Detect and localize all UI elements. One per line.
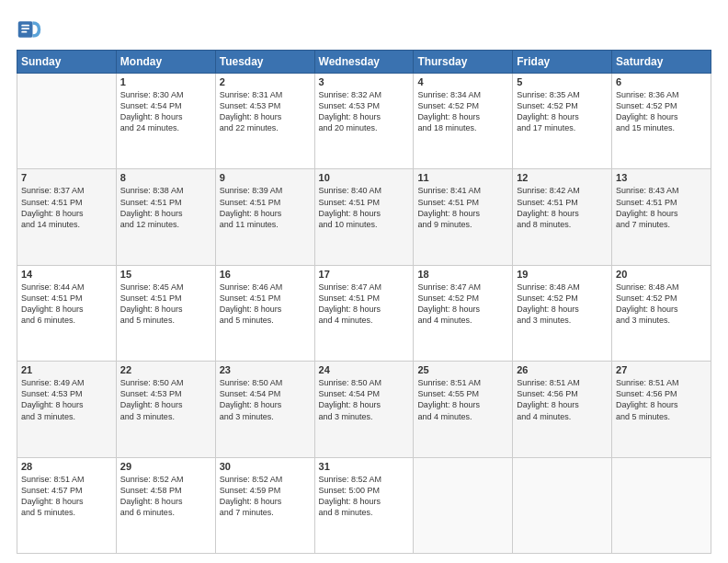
svg-rect-3	[21, 31, 27, 33]
day-info: Sunrise: 8:31 AM Sunset: 4:53 PM Dayligh…	[220, 89, 311, 134]
calendar-cell: 12Sunrise: 8:42 AM Sunset: 4:51 PM Dayli…	[513, 169, 612, 265]
calendar-cell: 31Sunrise: 8:52 AM Sunset: 5:00 PM Dayli…	[314, 457, 414, 553]
calendar-cell	[414, 457, 513, 553]
day-info: Sunrise: 8:51 AM Sunset: 4:57 PM Dayligh…	[21, 474, 112, 519]
calendar-header-saturday: Saturday	[612, 51, 711, 74]
calendar-cell: 7Sunrise: 8:37 AM Sunset: 4:51 PM Daylig…	[17, 169, 117, 265]
calendar-cell: 20Sunrise: 8:48 AM Sunset: 4:52 PM Dayli…	[612, 265, 711, 361]
day-info: Sunrise: 8:47 AM Sunset: 4:52 PM Dayligh…	[417, 282, 508, 327]
day-number: 6	[616, 76, 707, 87]
day-number: 1	[120, 76, 211, 87]
day-number: 17	[319, 269, 410, 280]
day-info: Sunrise: 8:43 AM Sunset: 4:51 PM Dayligh…	[616, 185, 707, 230]
calendar-cell: 28Sunrise: 8:51 AM Sunset: 4:57 PM Dayli…	[17, 457, 117, 553]
day-number: 2	[220, 76, 311, 87]
calendar-cell	[17, 74, 117, 169]
calendar-week-2: 7Sunrise: 8:37 AM Sunset: 4:51 PM Daylig…	[17, 169, 711, 265]
day-number: 25	[417, 364, 508, 375]
day-number: 13	[616, 172, 707, 183]
logo-icon	[17, 17, 42, 42]
calendar-cell	[612, 457, 711, 553]
calendar-cell: 11Sunrise: 8:41 AM Sunset: 4:51 PM Dayli…	[414, 169, 513, 265]
day-number: 27	[616, 364, 707, 375]
day-info: Sunrise: 8:51 AM Sunset: 4:56 PM Dayligh…	[616, 377, 707, 422]
day-info: Sunrise: 8:34 AM Sunset: 4:52 PM Dayligh…	[417, 89, 508, 134]
day-info: Sunrise: 8:50 AM Sunset: 4:53 PM Dayligh…	[120, 377, 211, 422]
calendar-cell: 4Sunrise: 8:34 AM Sunset: 4:52 PM Daylig…	[414, 74, 513, 169]
day-number: 4	[417, 76, 508, 87]
calendar-cell: 14Sunrise: 8:44 AM Sunset: 4:51 PM Dayli…	[17, 265, 117, 361]
calendar-header-friday: Friday	[513, 51, 612, 74]
calendar-cell: 9Sunrise: 8:39 AM Sunset: 4:51 PM Daylig…	[215, 169, 314, 265]
day-info: Sunrise: 8:49 AM Sunset: 4:53 PM Dayligh…	[21, 377, 112, 422]
calendar-header-monday: Monday	[116, 51, 215, 74]
day-info: Sunrise: 8:38 AM Sunset: 4:51 PM Dayligh…	[120, 185, 211, 230]
day-info: Sunrise: 8:37 AM Sunset: 4:51 PM Dayligh…	[21, 185, 112, 230]
calendar-week-3: 14Sunrise: 8:44 AM Sunset: 4:51 PM Dayli…	[17, 265, 711, 361]
calendar-cell: 21Sunrise: 8:49 AM Sunset: 4:53 PM Dayli…	[17, 362, 117, 457]
calendar-cell: 1Sunrise: 8:30 AM Sunset: 4:54 PM Daylig…	[116, 74, 215, 169]
calendar-header-wednesday: Wednesday	[314, 51, 414, 74]
day-info: Sunrise: 8:48 AM Sunset: 4:52 PM Dayligh…	[517, 282, 608, 327]
day-number: 16	[220, 269, 311, 280]
calendar-cell: 10Sunrise: 8:40 AM Sunset: 4:51 PM Dayli…	[314, 169, 414, 265]
calendar-cell: 29Sunrise: 8:52 AM Sunset: 4:58 PM Dayli…	[116, 457, 215, 553]
calendar-cell: 27Sunrise: 8:51 AM Sunset: 4:56 PM Dayli…	[612, 362, 711, 457]
day-number: 21	[21, 364, 112, 375]
calendar-week-5: 28Sunrise: 8:51 AM Sunset: 4:57 PM Dayli…	[17, 457, 711, 553]
day-info: Sunrise: 8:42 AM Sunset: 4:51 PM Dayligh…	[517, 185, 608, 230]
day-number: 18	[417, 269, 508, 280]
calendar-week-4: 21Sunrise: 8:49 AM Sunset: 4:53 PM Dayli…	[17, 362, 711, 457]
day-info: Sunrise: 8:51 AM Sunset: 4:56 PM Dayligh…	[517, 377, 608, 422]
day-number: 9	[220, 172, 311, 183]
day-info: Sunrise: 8:52 AM Sunset: 4:59 PM Dayligh…	[220, 474, 311, 519]
calendar-cell: 3Sunrise: 8:32 AM Sunset: 4:53 PM Daylig…	[314, 74, 414, 169]
calendar-cell: 23Sunrise: 8:50 AM Sunset: 4:54 PM Dayli…	[215, 362, 314, 457]
calendar-cell: 2Sunrise: 8:31 AM Sunset: 4:53 PM Daylig…	[215, 74, 314, 169]
calendar-header-thursday: Thursday	[414, 51, 513, 74]
day-number: 29	[120, 461, 211, 472]
calendar-cell: 30Sunrise: 8:52 AM Sunset: 4:59 PM Dayli…	[215, 457, 314, 553]
calendar-cell: 6Sunrise: 8:36 AM Sunset: 4:52 PM Daylig…	[612, 74, 711, 169]
day-number: 10	[319, 172, 410, 183]
day-number: 19	[517, 269, 608, 280]
logo	[17, 17, 46, 42]
day-number: 12	[517, 172, 608, 183]
calendar-header-sunday: Sunday	[17, 51, 117, 74]
calendar-cell: 24Sunrise: 8:50 AM Sunset: 4:54 PM Dayli…	[314, 362, 414, 457]
header	[17, 17, 711, 42]
calendar-cell: 25Sunrise: 8:51 AM Sunset: 4:55 PM Dayli…	[414, 362, 513, 457]
day-info: Sunrise: 8:36 AM Sunset: 4:52 PM Dayligh…	[616, 89, 707, 134]
calendar-cell: 5Sunrise: 8:35 AM Sunset: 4:52 PM Daylig…	[513, 74, 612, 169]
day-number: 26	[517, 364, 608, 375]
calendar-week-1: 1Sunrise: 8:30 AM Sunset: 4:54 PM Daylig…	[17, 74, 711, 169]
day-info: Sunrise: 8:47 AM Sunset: 4:51 PM Dayligh…	[319, 282, 410, 327]
day-info: Sunrise: 8:44 AM Sunset: 4:51 PM Dayligh…	[21, 282, 112, 327]
calendar-cell: 22Sunrise: 8:50 AM Sunset: 4:53 PM Dayli…	[116, 362, 215, 457]
page: SundayMondayTuesdayWednesdayThursdayFrid…	[0, 0, 728, 563]
day-number: 23	[220, 364, 311, 375]
day-info: Sunrise: 8:41 AM Sunset: 4:51 PM Dayligh…	[417, 185, 508, 230]
day-number: 8	[120, 172, 211, 183]
calendar-cell: 17Sunrise: 8:47 AM Sunset: 4:51 PM Dayli…	[314, 265, 414, 361]
day-number: 28	[21, 461, 112, 472]
calendar-cell: 26Sunrise: 8:51 AM Sunset: 4:56 PM Dayli…	[513, 362, 612, 457]
day-number: 24	[319, 364, 410, 375]
day-number: 30	[220, 461, 311, 472]
day-number: 7	[21, 172, 112, 183]
calendar-header-row: SundayMondayTuesdayWednesdayThursdayFrid…	[17, 51, 711, 74]
day-info: Sunrise: 8:30 AM Sunset: 4:54 PM Dayligh…	[120, 89, 211, 134]
calendar-cell	[513, 457, 612, 553]
day-info: Sunrise: 8:35 AM Sunset: 4:52 PM Dayligh…	[517, 89, 608, 134]
day-info: Sunrise: 8:51 AM Sunset: 4:55 PM Dayligh…	[417, 377, 508, 422]
calendar-cell: 15Sunrise: 8:45 AM Sunset: 4:51 PM Dayli…	[116, 265, 215, 361]
calendar-cell: 13Sunrise: 8:43 AM Sunset: 4:51 PM Dayli…	[612, 169, 711, 265]
calendar-table: SundayMondayTuesdayWednesdayThursdayFrid…	[17, 50, 711, 554]
day-info: Sunrise: 8:40 AM Sunset: 4:51 PM Dayligh…	[319, 185, 410, 230]
day-number: 22	[120, 364, 211, 375]
calendar-cell: 16Sunrise: 8:46 AM Sunset: 4:51 PM Dayli…	[215, 265, 314, 361]
day-number: 5	[517, 76, 608, 87]
day-info: Sunrise: 8:50 AM Sunset: 4:54 PM Dayligh…	[319, 377, 410, 422]
day-number: 14	[21, 269, 112, 280]
day-number: 20	[616, 269, 707, 280]
